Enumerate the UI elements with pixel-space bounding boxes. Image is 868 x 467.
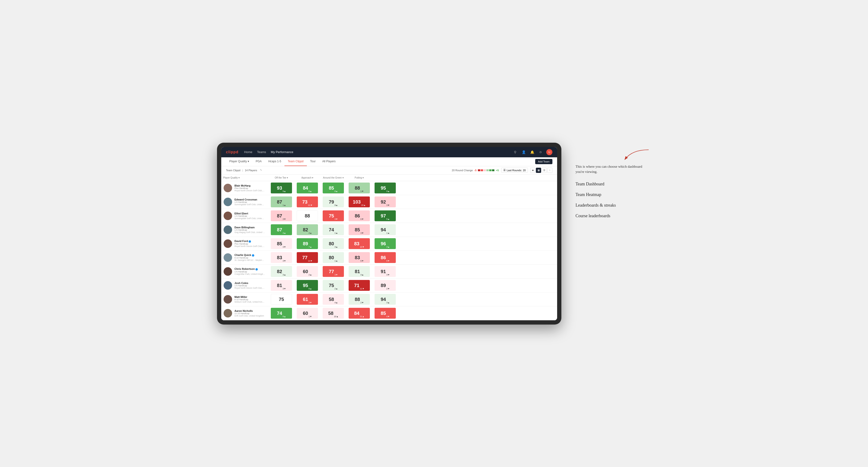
stat-cell-8-4[interactable]: 943 (372, 292, 398, 306)
stat-cell-7-2[interactable]: 752 (320, 279, 346, 292)
stat-cell-3-3[interactable]: 853 (346, 223, 372, 237)
table-row: Dave Billingham1-5 HandicapGog Magog Gol… (221, 223, 557, 237)
stat-cell-2-1[interactable]: 88 (294, 209, 320, 223)
stat-box: 941 (375, 224, 396, 235)
stat-change: 3 (335, 218, 338, 220)
stat-cell-1-2[interactable]: 799 (320, 195, 346, 209)
stat-cell-4-1[interactable]: 897 (294, 237, 320, 250)
tab-pga[interactable]: PGA (252, 157, 265, 166)
player-club: Royal North Devon Golf Club, United King… (235, 245, 265, 247)
main-table: Player Quality ▾ Off the Tee ▾ Approach … (221, 175, 557, 320)
last-rounds-label: Last Rounds: (507, 169, 522, 172)
player-cell-0[interactable]: Blair McHargPlus HandicapRoyal North Dev… (221, 182, 269, 194)
heatmap-view-button[interactable]: ▩ (536, 168, 541, 173)
stat-cell-5-2[interactable]: 801 (320, 251, 346, 264)
profile-icon[interactable]: 👤 (521, 149, 526, 155)
stat-cell-9-4[interactable]: 854 (372, 306, 398, 320)
player-cell-9[interactable]: Aaron Nicholls11-15 HandicapDrift Golf C… (221, 307, 269, 319)
stat-cell-0-2[interactable]: 858 (320, 181, 346, 195)
nav-my-performance[interactable]: My Performance (271, 150, 293, 154)
stat-cell-2-4[interactable]: 975 (372, 209, 398, 223)
stat-cell-8-2[interactable]: 584 (320, 292, 346, 306)
stat-cell-2-2[interactable]: 753 (320, 209, 346, 223)
player-cell-4[interactable]: David FordPlus HandicapRoyal North Devon… (221, 238, 269, 250)
stat-cell-4-3[interactable]: 8310 (346, 237, 372, 250)
stat-cell-8-3[interactable]: 882 (346, 292, 372, 306)
stat-cell-9-0[interactable]: 748 (269, 306, 294, 320)
stat-cell-6-3[interactable]: 814 (346, 264, 372, 278)
stat-cell-1-4[interactable]: 923 (372, 195, 398, 209)
stat-cell-5-4[interactable]: 868 (372, 251, 398, 264)
stat-cell-9-3[interactable]: 8421 (346, 306, 372, 320)
stat-box: 882 (349, 294, 370, 305)
stat-cell-1-1[interactable]: 7311 (294, 195, 320, 209)
stat-cell-3-2[interactable]: 741 (320, 223, 346, 237)
stat-cell-1-0[interactable]: 871 (269, 195, 294, 209)
stat-cell-6-4[interactable]: 913 (372, 264, 398, 278)
player-cell-8[interactable]: Matt Miller6-10 HandicapWoburn Golf Club… (221, 293, 269, 305)
stat-cell-7-0[interactable]: 813 (269, 279, 294, 292)
stat-cell-2-0[interactable]: 873 (269, 209, 294, 223)
stat-value: 88 (355, 297, 360, 302)
stat-cell-7-3[interactable]: 7111 (346, 279, 372, 292)
stat-box: 913 (375, 266, 396, 277)
stat-cell-3-4[interactable]: 941 (372, 223, 398, 237)
tab-team-clippd[interactable]: Team Clippd (284, 157, 307, 166)
last-rounds-button[interactable]: ☰ Last Rounds: 20 (501, 168, 528, 173)
stat-cell-7-4[interactable]: 892 (372, 279, 398, 292)
stat-value: 87 (277, 227, 282, 232)
stat-cell-5-0[interactable]: 833 (269, 251, 294, 264)
settings-icon[interactable]: ⛭ (538, 149, 544, 155)
stat-cell-5-3[interactable]: 836 (346, 251, 372, 264)
bell-icon[interactable]: 🔔 (529, 149, 535, 155)
tab-all-players[interactable]: All Players (319, 157, 339, 166)
table-toolbar: Team Clippd | 14 Players ✎ 20 Round Chan… (221, 166, 557, 175)
stat-cell-7-1[interactable]: 958 (294, 279, 320, 292)
player-cell-2[interactable]: Elliot Ebert1-5 HandicapSunningdale Golf… (221, 210, 269, 222)
stat-cell-9-2[interactable]: 5810 (320, 306, 346, 320)
player-cell-5[interactable]: Charlie Quick6-10 HandicapSt. George's H… (221, 251, 269, 264)
option-team-dashboard: Team Dashboard (576, 182, 651, 187)
stat-cell-8-1[interactable]: 613 (294, 292, 320, 306)
stat-cell-6-0[interactable]: 823 (269, 264, 294, 278)
add-team-button[interactable]: Add Team (535, 159, 552, 164)
stat-cell-0-3[interactable]: 881 (346, 181, 372, 195)
user-avatar[interactable]: U (546, 149, 552, 155)
tab-tour[interactable]: Tour (307, 157, 319, 166)
verified-badge (255, 268, 258, 271)
edit-icon[interactable]: ✎ (260, 168, 262, 172)
export-button[interactable]: ↑ (547, 168, 552, 173)
stat-cell-8-0[interactable]: 75 (269, 292, 294, 306)
stat-cell-3-1[interactable]: 824 (294, 223, 320, 237)
stat-cell-0-1[interactable]: 846 (294, 181, 320, 195)
avatar (224, 267, 232, 276)
stat-value: 75 (329, 283, 334, 288)
stat-cell-4-0[interactable]: 853 (269, 237, 294, 250)
player-cell-1[interactable]: Edward Crossman1-5 HandicapSunningdale G… (221, 196, 269, 208)
player-cell-3[interactable]: Dave Billingham1-5 HandicapGog Magog Gol… (221, 224, 269, 236)
player-handicap: 1-5 Handicap (235, 229, 265, 231)
stat-cell-0-0[interactable]: 939 (269, 181, 294, 195)
tab-hcaps[interactable]: Hcaps 1-5 (265, 157, 284, 166)
stat-cell-1-3[interactable]: 10315 (346, 195, 372, 209)
stat-cell-6-1[interactable]: 602 (294, 264, 320, 278)
stat-cell-6-2[interactable]: 773 (320, 264, 346, 278)
nav-home[interactable]: Home (244, 150, 252, 154)
list-view-button[interactable]: ☰ (541, 168, 547, 173)
stat-cell-9-1[interactable]: 601 (294, 306, 320, 320)
stat-cell-5-1[interactable]: 7714 (294, 251, 320, 264)
search-icon[interactable]: ⚲ (512, 149, 518, 155)
stat-cell-4-2[interactable]: 803 (320, 237, 346, 250)
nav-bar: clippd Home Teams My Performance ⚲ 👤 🔔 ⛭… (221, 147, 557, 157)
stat-cell-4-4[interactable]: 963 (372, 237, 398, 250)
grid-view-button[interactable]: ■ (530, 168, 535, 173)
tab-pgat-players[interactable]: Player Quality ▾ (226, 157, 252, 166)
stat-cell-3-0[interactable]: 874 (269, 223, 294, 237)
stat-change: 3 (309, 302, 312, 304)
stat-value: 75 (279, 297, 284, 302)
nav-teams[interactable]: Teams (257, 150, 266, 154)
stat-cell-2-3[interactable]: 866 (346, 209, 372, 223)
player-cell-7[interactable]: Josh Coles1-5 HandicapRoyal North Devon … (221, 279, 269, 291)
player-cell-6[interactable]: Chris Robertson1-5 HandicapCraigmillar P… (221, 266, 269, 278)
stat-cell-0-4[interactable]: 959 (372, 181, 398, 195)
